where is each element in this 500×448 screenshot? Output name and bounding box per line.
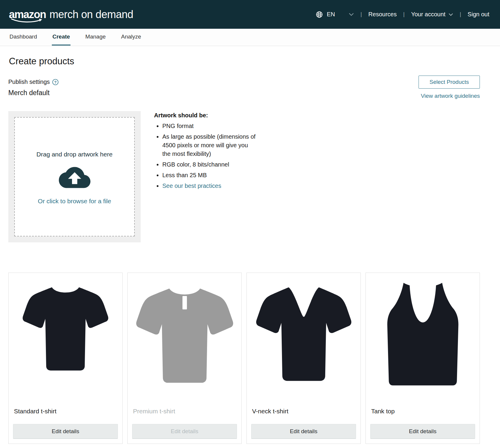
help-icon[interactable]: ? (52, 79, 59, 85)
chevron-down-icon (349, 13, 354, 16)
requirement-item: Less than 25 MB (162, 171, 257, 180)
dropzone-label: Drag and drop artwork here (36, 151, 113, 158)
tab-create[interactable]: Create (52, 29, 70, 46)
merch-on-demand-logo-text: merch on demand (49, 8, 133, 21)
artwork-requirements: Artwork should be: PNG format As large a… (154, 111, 258, 242)
product-card-premium-tshirt: Premium t-shirt Edit details (127, 273, 242, 444)
product-name: Standard t-shirt (9, 408, 122, 415)
publish-settings-label: Publish settings (8, 79, 50, 85)
amazon-smile-icon (10, 18, 45, 23)
edit-details-button[interactable]: Edit details (370, 424, 475, 439)
product-card-tank-top: Tank top Edit details (366, 273, 480, 444)
tank-top-image (366, 273, 480, 408)
language-label: EN (327, 11, 335, 18)
main-navigation: Dashboard Create Manage Analyze (0, 29, 500, 46)
view-artwork-guidelines-link[interactable]: View artwork guidelines (421, 93, 480, 99)
cloud-upload-icon (59, 166, 91, 189)
best-practices-link[interactable]: See our best practices (162, 183, 221, 189)
brand-logo[interactable]: amazon merch on demand (9, 8, 133, 21)
sign-out-link[interactable]: Sign out (468, 11, 489, 18)
requirement-item: As large as possible (dimensions of 4500… (162, 132, 257, 158)
page-title: Create products (9, 56, 480, 67)
product-name: Premium t-shirt (128, 408, 241, 415)
product-card-vneck-tshirt: V-neck t-shirt Edit details (246, 273, 361, 444)
product-name: V-neck t-shirt (247, 408, 360, 415)
select-products-button[interactable]: Select Products (419, 76, 480, 89)
globe-icon (315, 11, 323, 18)
edit-details-button[interactable]: Edit details (13, 424, 118, 439)
tab-dashboard[interactable]: Dashboard (9, 29, 38, 46)
tab-analyze[interactable]: Analyze (121, 29, 142, 46)
requirement-item: RGB color, 8 bits/channel (162, 160, 257, 169)
svg-text:?: ? (54, 80, 57, 84)
header-divider: | (403, 11, 405, 17)
browse-file-link[interactable]: Or click to browse for a file (38, 198, 111, 205)
vneck-tshirt-image (247, 273, 360, 408)
tab-manage[interactable]: Manage (85, 29, 106, 46)
product-card-standard-tshirt: Standard t-shirt Edit details (8, 273, 123, 444)
publish-profile-value: Merch default (8, 89, 59, 97)
artwork-requirements-heading: Artwork should be: (154, 112, 258, 119)
chevron-down-icon (448, 13, 453, 16)
product-name: Tank top (366, 408, 480, 415)
header-divider: | (460, 11, 461, 17)
product-card-row: Standard t-shirt Edit details Premium t-… (8, 273, 480, 444)
edit-details-button[interactable]: Edit details (251, 424, 356, 439)
requirement-item: See our best practices (162, 182, 257, 190)
language-selector[interactable]: EN (315, 11, 354, 18)
premium-tshirt-image (128, 273, 241, 408)
resources-link[interactable]: Resources (368, 11, 397, 18)
artwork-dropzone-outer: Drag and drop artwork here Or click to b… (8, 111, 141, 242)
amazon-logo: amazon (9, 9, 46, 20)
top-header: amazon merch on demand EN | Resources | (0, 0, 500, 29)
standard-tshirt-image (9, 273, 122, 408)
header-divider: | (360, 11, 362, 17)
requirement-item: PNG format (162, 122, 257, 130)
artwork-dropzone[interactable]: Drag and drop artwork here Or click to b… (14, 117, 135, 236)
edit-details-button-disabled: Edit details (132, 424, 237, 439)
your-account-menu[interactable]: Your account (411, 11, 453, 18)
your-account-label: Your account (411, 11, 445, 18)
